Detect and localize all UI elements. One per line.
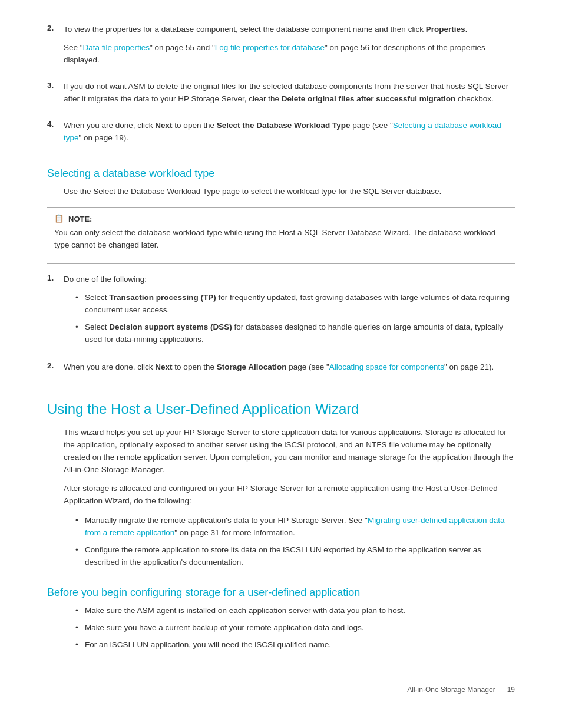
intro-item-3: 3. If you do not want ASM to delete the … (47, 81, 515, 111)
bullet-dss: Select Decision support systems (DSS) fo… (75, 321, 515, 346)
intro-item-4: 4. When you are done, click Next to open… (47, 120, 515, 150)
section3-heading: Before you begin configuring storage for… (47, 587, 515, 599)
page-footer: All-in-One Storage Manager 19 (47, 681, 515, 694)
footer-page-number: 19 (507, 686, 515, 694)
note-label: NOTE: (54, 214, 508, 223)
note-box: NOTE: You can only select the database w… (47, 207, 515, 264)
item-content-3: If you do not want ASM to delete the ori… (64, 81, 515, 111)
section1-step1-content: Do one of the following: Select Transact… (64, 274, 515, 353)
intro-item-2: 2. To view the properties for a database… (47, 24, 515, 73)
log-file-properties-link[interactable]: Log file properties for database (215, 43, 325, 52)
section3-bullet1: Make sure the ASM agent is installed on … (75, 605, 515, 617)
section3-bullet2: Make sure you have a current backup of y… (75, 622, 515, 634)
bullet-tp: Select Transaction processing (TP) for f… (75, 292, 515, 317)
intro-items: 2. To view the properties for a database… (47, 24, 515, 150)
section1-step2-num: 2. (47, 361, 64, 380)
footer-app-name: All-in-One Storage Manager (407, 686, 495, 694)
section1-step1: 1. Do one of the following: Select Trans… (47, 274, 515, 353)
section1-step1-text: Do one of the following: (64, 274, 515, 286)
section1-step1-bullets: Select Transaction processing (TP) for f… (75, 292, 515, 346)
section2-bullet2: Configure the remote application to stor… (75, 544, 515, 569)
section1-step2: 2. When you are done, click Next to open… (47, 361, 515, 380)
section1-intro: Use the Select the Database Workload Typ… (64, 186, 515, 198)
data-file-properties-link[interactable]: Data file properties (83, 43, 150, 52)
section1-heading: Selecting a database workload type (47, 167, 515, 180)
allocating-space-link[interactable]: Allocating space for components (329, 363, 444, 371)
item-content-2: To view the properties for a database co… (64, 24, 515, 73)
note-label-text: NOTE: (68, 215, 92, 223)
item-content-4: When you are done, click Next to open th… (64, 120, 515, 150)
migrating-user-defined-link[interactable]: Migrating user-defined application data … (85, 516, 505, 537)
section2-para2: After storage is allocated and configure… (64, 483, 515, 508)
page-container: 2. To view the properties for a database… (0, 0, 562, 728)
note-icon (54, 214, 65, 223)
section1-steps: 1. Do one of the following: Select Trans… (47, 274, 515, 380)
item4-text: When you are done, click Next to open th… (64, 120, 515, 144)
section2-heading: Using the Host a User-Defined Applicatio… (47, 401, 515, 417)
section3-bullets: Make sure the ASM agent is installed on … (75, 605, 515, 651)
section2-bullets: Manually migrate the remote application'… (75, 515, 515, 569)
item2-subpara: See "Data file properties" on page 55 an… (64, 42, 515, 67)
section1-step2-content: When you are done, click Next to open th… (64, 361, 515, 380)
item-num-2: 2. (47, 24, 64, 73)
item-num-4: 4. (47, 120, 64, 150)
note-text: You can only select the database workloa… (54, 227, 508, 252)
item3-text: If you do not want ASM to delete the ori… (64, 81, 515, 106)
section3-bullet3: For an iSCSI LUN application, you will n… (75, 639, 515, 651)
section1-step1-num: 1. (47, 274, 64, 353)
item2-text: To view the properties for a database co… (64, 24, 515, 36)
item-num-3: 3. (47, 81, 64, 111)
section2-bullet1: Manually migrate the remote application'… (75, 515, 515, 539)
footer-right: All-in-One Storage Manager 19 (407, 686, 515, 694)
section2-para1: This wizard helps you set up your HP Sto… (64, 427, 515, 476)
section1-step2-text: When you are done, click Next to open th… (64, 361, 515, 374)
